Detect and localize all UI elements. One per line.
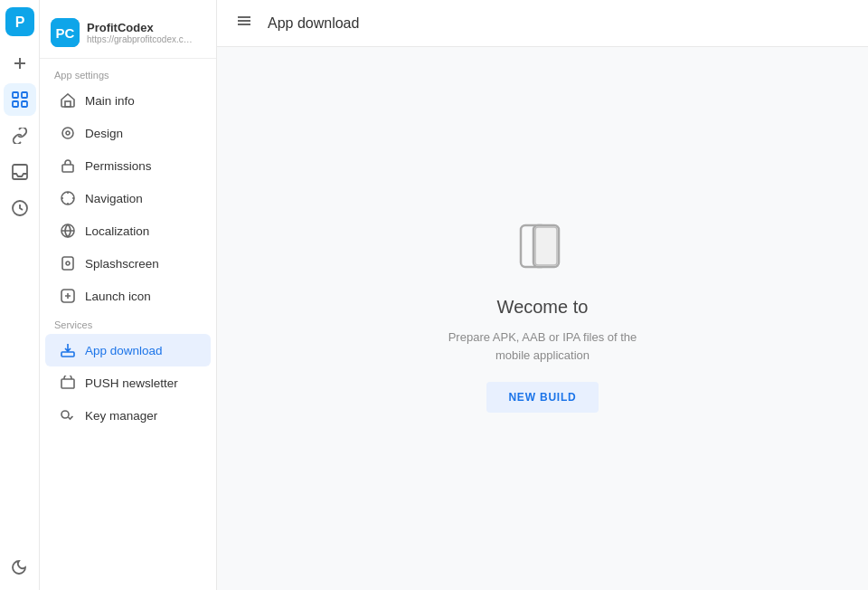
svg-rect-5 — [22, 92, 27, 98]
svg-text:PC: PC — [56, 25, 75, 41]
sidebar-item-label: Navigation — [85, 192, 143, 205]
svg-point-13 — [62, 128, 73, 138]
app-placeholder-icon — [514, 224, 571, 282]
home-icon — [60, 92, 76, 109]
svg-rect-18 — [62, 257, 73, 270]
sidebar-item-push-newsletter[interactable]: PUSH newsletter — [45, 366, 211, 399]
app-logo-rail[interactable]: P — [5, 7, 34, 36]
moon-icon[interactable] — [4, 550, 36, 583]
icon-rail: P — [0, 0, 40, 590]
svg-rect-4 — [13, 92, 18, 98]
sidebar-item-label: PUSH newsletter — [85, 376, 178, 390]
plus-icon[interactable] — [4, 47, 36, 80]
launch-icon — [60, 288, 76, 304]
svg-rect-7 — [22, 101, 27, 107]
welcome-subtitle: Prepare APK, AAB or IPA files of the mob… — [443, 328, 642, 364]
app-logo-area[interactable]: PC ProfitCodex https://grabprofitcodex.c… — [40, 11, 216, 59]
header: App download — [217, 0, 868, 47]
activity-icon[interactable] — [4, 192, 36, 224]
svg-rect-21 — [61, 352, 74, 357]
svg-rect-6 — [13, 101, 18, 107]
main-area: App download Wecome to Prepare APK, AAB … — [217, 0, 868, 590]
lock-icon — [60, 157, 76, 174]
content-area: Wecome to Prepare APK, AAB or IPA files … — [217, 47, 868, 590]
app-settings-label: App settings — [40, 62, 216, 84]
sidebar-item-design[interactable]: Design — [45, 117, 211, 149]
svg-point-23 — [61, 411, 69, 418]
sidebar-item-app-download[interactable]: App download — [45, 334, 211, 366]
svg-rect-22 — [61, 379, 74, 388]
sidebar-item-key-manager[interactable]: Key manager — [45, 399, 211, 432]
welcome-title: Wecome to — [497, 297, 589, 318]
sidebar-item-launch-icon[interactable]: Launch icon — [45, 280, 211, 312]
app-url: https://grabprofitcodex.com/regu... — [87, 34, 195, 44]
sidebar-item-label: Launch icon — [85, 290, 151, 303]
splash-icon — [60, 255, 76, 271]
sidebar-item-main-info[interactable]: Main info — [45, 84, 211, 117]
app-logo-text: ProfitCodex https://grabprofitcodex.com/… — [87, 21, 195, 45]
inbox-icon[interactable] — [4, 156, 36, 188]
link-icon[interactable] — [4, 119, 36, 152]
sidebar-item-label: App download — [85, 344, 163, 357]
sidebar-item-label: Main info — [85, 94, 135, 108]
key-icon — [60, 407, 76, 423]
welcome-box: Wecome to Prepare APK, AAB or IPA files … — [443, 224, 642, 413]
app-name: ProfitCodex — [87, 21, 195, 35]
sidebar-item-label: Key manager — [85, 409, 157, 423]
download-icon — [60, 342, 76, 358]
app-logo: PC — [51, 18, 80, 47]
svg-point-19 — [66, 262, 70, 265]
svg-rect-29 — [535, 227, 557, 265]
globe-icon — [60, 223, 76, 239]
page-title: App download — [268, 15, 359, 32]
svg-point-16 — [61, 192, 74, 205]
navigation-icon — [60, 190, 76, 206]
sidebar-item-label: Splashscreen — [85, 257, 159, 271]
svg-rect-15 — [62, 165, 73, 172]
new-build-button[interactable]: NEW BUILD — [486, 382, 598, 413]
svg-point-14 — [66, 131, 70, 135]
sidebar-item-localization[interactable]: Localization — [45, 214, 211, 247]
push-icon — [60, 375, 76, 391]
design-icon — [60, 125, 76, 141]
menu-icon[interactable] — [235, 12, 253, 34]
grid-icon[interactable] — [4, 83, 36, 116]
sidebar-item-label: Localization — [85, 224, 149, 238]
sidebar-item-permissions[interactable]: Permissions — [45, 149, 211, 182]
sidebar: PC ProfitCodex https://grabprofitcodex.c… — [40, 0, 217, 590]
sidebar-item-splashscreen[interactable]: Splashscreen — [45, 247, 211, 280]
svg-rect-12 — [65, 101, 71, 107]
sidebar-item-label: Design — [85, 127, 123, 140]
sidebar-item-navigation[interactable]: Navigation — [45, 182, 211, 214]
services-label: Services — [40, 312, 216, 334]
svg-text:P: P — [14, 14, 24, 30]
sidebar-item-label: Permissions — [85, 159, 152, 173]
